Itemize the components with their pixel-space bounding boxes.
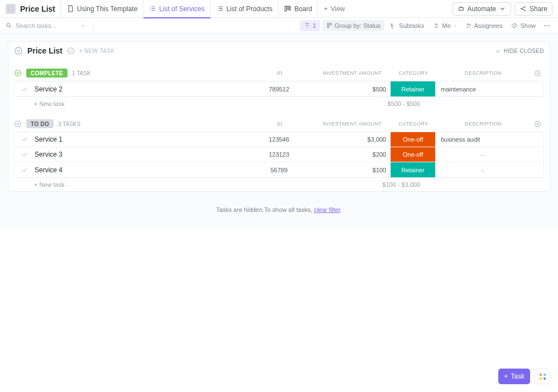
task-category-cell[interactable]: Retainer (391, 162, 435, 177)
row-spacer (530, 147, 543, 162)
assignees-button[interactable]: Assignees (462, 20, 506, 31)
tab-board[interactable]: Board (278, 0, 318, 18)
new-task-head-button[interactable]: + NEW TASK (79, 48, 114, 54)
task-id-cell[interactable]: 123123 (246, 147, 312, 162)
add-view-label: View (330, 5, 345, 13)
collapse-toggle-icon[interactable] (14, 46, 23, 55)
group-collapse-icon[interactable] (14, 69, 22, 77)
people-icon (465, 22, 472, 29)
column-header-category[interactable]: CATEGORY (391, 121, 436, 127)
tasks-hidden-message: Tasks are hidden.To show all tasks, clea… (8, 206, 550, 213)
task-name[interactable]: Service 2 (35, 81, 246, 96)
me-label: Me (442, 22, 450, 29)
column-header-id[interactable]: ID (246, 121, 313, 127)
hide-closed-button[interactable]: HIDE CLOSED (495, 48, 544, 54)
tab-label: List of Products (227, 5, 273, 13)
task-id-cell[interactable]: 789512 (246, 81, 312, 96)
robot-icon (458, 5, 465, 12)
task-category-cell[interactable]: One-off (391, 147, 435, 162)
svg-point-8 (525, 6, 526, 7)
automate-label: Automate (468, 5, 496, 13)
column-header-investment[interactable]: INVESTMENT AMOUNT (313, 121, 391, 127)
task-id-cell[interactable]: 56789 (246, 162, 312, 177)
task-investment-cell[interactable]: $3,000 (312, 132, 391, 147)
tab-list-of-products[interactable]: List of Products (210, 0, 278, 18)
column-header-description[interactable]: DESCRIPTION (436, 70, 531, 76)
status-chip[interactable]: TO DO (26, 119, 54, 128)
search-box[interactable] (6, 22, 89, 29)
eye-icon (511, 22, 518, 29)
info-icon[interactable] (67, 47, 75, 55)
task-category-cell[interactable]: Retainer (391, 81, 435, 96)
task-row[interactable]: Service 2 789512 $500 Retainer maintenan… (15, 81, 543, 96)
hide-closed-label: HIDE CLOSED (504, 48, 544, 54)
me-button[interactable]: Me · (430, 20, 459, 31)
share-label: Share (530, 5, 547, 13)
filter-count-pill[interactable]: 1 (300, 20, 320, 31)
add-view-button[interactable]: + View (318, 0, 350, 18)
list-title: Price List (27, 46, 62, 55)
svg-rect-4 (459, 7, 463, 10)
row-spacer (530, 132, 543, 147)
svg-point-10 (7, 23, 10, 27)
assignees-label: Assignees (474, 22, 503, 29)
tab-using-this-template[interactable]: Using This Template (61, 0, 143, 18)
share-button[interactable]: Share (514, 2, 552, 16)
add-column-button[interactable] (531, 70, 544, 77)
svg-rect-1 (285, 6, 287, 11)
task-status-checkbox[interactable] (15, 147, 35, 162)
task-investment-cell[interactable]: $500 (312, 81, 391, 96)
search-input[interactable] (16, 22, 77, 29)
task-status-checkbox[interactable] (15, 81, 35, 96)
show-label: Show (520, 22, 536, 29)
task-status-checkbox[interactable] (15, 162, 35, 177)
column-header-category[interactable]: CATEGORY (391, 70, 436, 76)
new-task-button[interactable]: + New task (34, 100, 65, 107)
task-name[interactable]: Service 4 (35, 162, 246, 177)
task-id-cell[interactable]: 123546 (246, 132, 312, 147)
chevron-down-icon[interactable] (80, 23, 86, 28)
new-task-button[interactable]: + New task (34, 181, 65, 188)
column-header-investment[interactable]: INVESTMENT AMOUNT (313, 70, 391, 76)
board-icon (284, 5, 291, 12)
task-name[interactable]: Service 3 (35, 147, 246, 162)
svg-rect-3 (290, 6, 291, 10)
svg-point-14 (436, 23, 437, 25)
tab-list-of-services[interactable]: List of Services (143, 0, 210, 18)
task-investment-cell[interactable]: $200 (312, 147, 391, 162)
show-button[interactable]: Show (508, 20, 539, 31)
task-category-cell[interactable]: One-off (391, 132, 435, 147)
person-icon (433, 22, 440, 29)
task-description-cell[interactable]: – (435, 147, 530, 162)
group-sum: $100 - $3,000 (347, 181, 425, 188)
task-status-checkbox[interactable] (15, 132, 35, 147)
task-row[interactable]: Service 4 56789 $100 Retainer – (15, 162, 543, 177)
group-by-pill[interactable]: Group by: Status (323, 20, 385, 31)
group-collapse-icon[interactable] (14, 120, 22, 128)
task-description-cell[interactable]: – (435, 162, 530, 177)
task-investment-cell[interactable]: $100 (312, 162, 391, 177)
task-row[interactable]: Service 3 123123 $200 One-off – (15, 147, 543, 162)
dot-separator: · (455, 22, 456, 29)
svg-point-17 (514, 25, 515, 26)
task-description-cell[interactable]: maintenance (435, 81, 530, 96)
column-header-description[interactable]: DESCRIPTION (436, 121, 531, 127)
svg-point-25 (15, 121, 21, 127)
svg-rect-11 (327, 23, 329, 25)
task-name[interactable]: Service 1 (35, 132, 246, 147)
svg-point-19 (546, 25, 547, 26)
more-menu-button[interactable] (541, 22, 552, 30)
clear-filter-link[interactable]: clear filter (314, 206, 340, 213)
svg-point-9 (525, 10, 526, 11)
add-column-button[interactable] (531, 120, 544, 128)
status-chip[interactable]: COMPLETE (26, 69, 68, 78)
automate-button[interactable]: Automate (453, 2, 511, 16)
task-description-cell[interactable]: business audit (435, 132, 530, 147)
subtasks-icon (390, 22, 397, 29)
subtasks-button[interactable]: Subtasks (387, 20, 427, 31)
column-header-id[interactable]: ID (246, 70, 313, 76)
row-spacer (530, 81, 543, 96)
group-icon (326, 22, 333, 28)
task-row[interactable]: Service 1 123546 $3,000 One-off business… (15, 132, 543, 147)
search-icon (6, 22, 12, 29)
